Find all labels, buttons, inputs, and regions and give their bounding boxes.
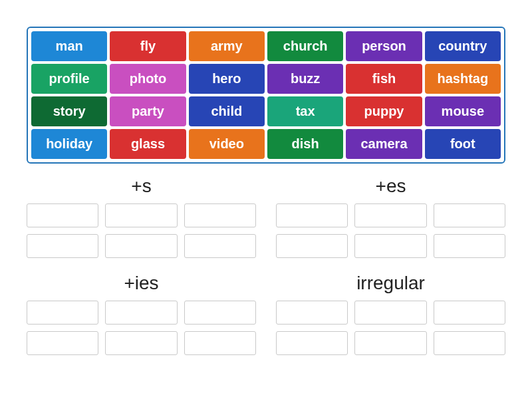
category-title: +es <box>276 176 505 197</box>
drop-slot[interactable] <box>105 331 177 355</box>
word-tile-dish[interactable]: dish <box>267 129 343 159</box>
word-tile-glass[interactable]: glass <box>110 129 186 159</box>
drop-slot[interactable] <box>184 331 256 355</box>
word-tile-video[interactable]: video <box>189 129 265 159</box>
drop-slot[interactable] <box>354 234 426 258</box>
drop-slot[interactable] <box>434 234 505 258</box>
word-tile-profile[interactable]: profile <box>31 64 107 94</box>
drop-grid <box>27 301 256 355</box>
word-tile-country[interactable]: country <box>425 31 501 61</box>
word-tile-camera[interactable]: camera <box>346 129 422 159</box>
drop-slot[interactable] <box>354 301 426 325</box>
word-tile-church[interactable]: church <box>267 31 343 61</box>
word-tile-hero[interactable]: hero <box>189 64 265 94</box>
drop-slot[interactable] <box>105 203 177 227</box>
word-bank: manflyarmychurchpersoncountryprofilephot… <box>27 27 505 164</box>
drop-slot[interactable] <box>27 331 98 355</box>
word-tile-foot[interactable]: foot <box>425 129 501 159</box>
drop-slot[interactable] <box>434 203 505 227</box>
drop-slot[interactable] <box>27 203 98 227</box>
drop-slot[interactable] <box>276 331 348 355</box>
drop-slot[interactable] <box>276 203 348 227</box>
drop-grid <box>27 203 256 258</box>
word-tile-story[interactable]: story <box>31 96 107 126</box>
word-tile-party[interactable]: party <box>110 96 186 126</box>
drop-slot[interactable] <box>184 203 256 227</box>
word-tile-puppy[interactable]: puppy <box>346 96 422 126</box>
category-+s: +s <box>27 176 256 258</box>
word-tile-army[interactable]: army <box>189 31 265 61</box>
drop-slot[interactable] <box>27 301 98 325</box>
word-tile-fish[interactable]: fish <box>346 64 422 94</box>
categories-grid: +s+es+iesirregular <box>27 176 505 355</box>
drop-slot[interactable] <box>184 301 256 325</box>
word-tile-holiday[interactable]: holiday <box>31 129 107 159</box>
category-+es: +es <box>276 176 505 258</box>
word-tile-hashtag[interactable]: hashtag <box>425 64 501 94</box>
drop-slot[interactable] <box>354 331 426 355</box>
drop-slot[interactable] <box>27 234 98 258</box>
category-title: +s <box>27 176 256 197</box>
drop-slot[interactable] <box>434 301 505 325</box>
category-title: irregular <box>276 273 505 294</box>
drop-slot[interactable] <box>276 301 348 325</box>
word-tile-child[interactable]: child <box>189 96 265 126</box>
word-tile-photo[interactable]: photo <box>110 64 186 94</box>
word-tile-man[interactable]: man <box>31 31 107 61</box>
word-tile-mouse[interactable]: mouse <box>425 96 501 126</box>
word-tile-tax[interactable]: tax <box>267 96 343 126</box>
drop-slot[interactable] <box>276 234 348 258</box>
category-+ies: +ies <box>27 273 256 355</box>
word-tile-person[interactable]: person <box>346 31 422 61</box>
drop-slot[interactable] <box>105 234 177 258</box>
category-title: +ies <box>27 273 256 294</box>
drop-grid <box>276 301 505 355</box>
drop-slot[interactable] <box>184 234 256 258</box>
word-tile-fly[interactable]: fly <box>110 31 186 61</box>
drop-slot[interactable] <box>354 203 426 227</box>
category-irregular: irregular <box>276 273 505 355</box>
word-tile-buzz[interactable]: buzz <box>267 64 343 94</box>
drop-grid <box>276 203 505 258</box>
drop-slot[interactable] <box>105 301 177 325</box>
drop-slot[interactable] <box>434 331 505 355</box>
